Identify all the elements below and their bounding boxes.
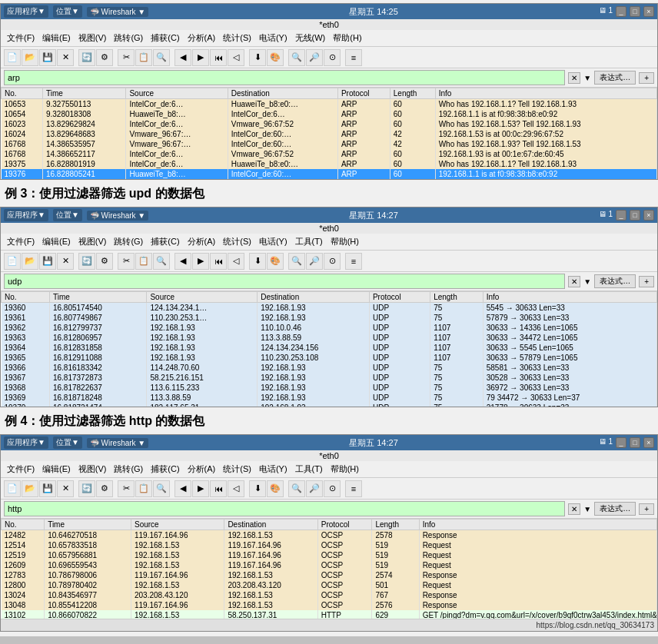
tb-pkt-list-udp[interactable]: ≡ bbox=[345, 253, 362, 270]
table-row[interactable]: 106539.327550113IntelCor_de:6…HuaweiTe_b… bbox=[2, 99, 657, 110]
filter-clear-http[interactable]: ✕ bbox=[568, 503, 580, 515]
tb-zoom-out-udp[interactable]: 🔎 bbox=[306, 253, 323, 270]
table-row[interactable]: 1937516.828801919IntelCor_de:6…HuaweiTe_… bbox=[2, 159, 657, 169]
table-row[interactable]: 1302410.843546977203.208.43.120192.168.1… bbox=[2, 590, 657, 600]
wireshark-menu-http[interactable]: 🦈 Wireshark ▼ bbox=[87, 438, 148, 448]
tb-back-udp[interactable]: ◀ bbox=[174, 253, 191, 270]
tb-capture-opts-http[interactable]: ⚙ bbox=[96, 480, 113, 497]
tb-cut-http[interactable]: ✂ bbox=[118, 480, 135, 497]
close-btn-udp[interactable]: × bbox=[643, 210, 654, 221]
tb-reload-udp[interactable]: 🔄 bbox=[78, 253, 95, 270]
position-menu-udp[interactable]: 位置▼ bbox=[53, 209, 82, 221]
tb-close-http[interactable]: ✕ bbox=[57, 480, 74, 497]
table-row[interactable]: 1936516.812911088192.168.1.93110.230.253… bbox=[2, 353, 657, 363]
menu-view[interactable]: 视图(V) bbox=[75, 32, 110, 45]
tb-capture-opts-udp[interactable]: ⚙ bbox=[96, 253, 113, 270]
apps-menu-udp[interactable]: 应用程序▼ bbox=[4, 209, 48, 221]
tb-zoom-in[interactable]: 🔍 bbox=[288, 49, 305, 66]
table-row[interactable]: 1937016.818721474182.117.65.31192.168.1.… bbox=[2, 403, 657, 407]
table-row[interactable]: 1260910.696559543192.168.1.53119.167.164… bbox=[2, 560, 657, 570]
tb-cut[interactable]: ✂ bbox=[118, 49, 135, 66]
tb-pkt-list[interactable]: ≡ bbox=[345, 49, 362, 66]
table-row[interactable]: 1280010.789780402192.168.1.53203.208.43.… bbox=[2, 580, 657, 590]
menu-tools-udp[interactable]: 工具(T) bbox=[292, 235, 326, 248]
tb-zoom-out[interactable]: 🔎 bbox=[306, 49, 323, 66]
minimize-btn-udp[interactable]: _ bbox=[616, 210, 626, 221]
tb-reload-http[interactable]: 🔄 bbox=[78, 480, 95, 497]
tb-copy[interactable]: 📋 bbox=[135, 49, 152, 66]
tb-save[interactable]: 💾 bbox=[39, 49, 56, 66]
menu-capture-http[interactable]: 捕获(C) bbox=[148, 463, 182, 476]
menu-analyze-udp[interactable]: 分析(A) bbox=[184, 235, 219, 248]
wireshark-menu-udp[interactable]: 🦈 Wireshark ▼ bbox=[87, 211, 148, 221]
menu-tools-http[interactable]: 工具(T) bbox=[292, 463, 326, 476]
table-row[interactable]: 1304810.855412208119.167.164.96192.168.1… bbox=[2, 600, 657, 610]
table-row[interactable]: 1936816.817822637113.6.115.233192.168.1.… bbox=[2, 383, 657, 393]
tb-reload[interactable]: 🔄 bbox=[78, 49, 95, 66]
filter-expr-btn-http[interactable]: 表达式… bbox=[594, 502, 636, 516]
filter-clear-arp[interactable]: ✕ bbox=[568, 72, 580, 84]
tb-prev-http[interactable]: ◁ bbox=[228, 480, 244, 497]
filter-plus-btn-http[interactable]: + bbox=[639, 503, 654, 515]
tb-first[interactable]: ⏮ bbox=[210, 49, 227, 66]
menu-edit-udp[interactable]: 编辑(E) bbox=[39, 235, 74, 248]
menu-edit-http[interactable]: 编辑(E) bbox=[39, 463, 74, 476]
tb-colorize[interactable]: 🎨 bbox=[267, 49, 284, 66]
tb-new-http[interactable]: 📄 bbox=[4, 480, 21, 497]
menu-view-http[interactable]: 视图(V) bbox=[75, 463, 110, 476]
tb-zoom-reset-http[interactable]: ⊙ bbox=[324, 480, 341, 497]
position-menu-http[interactable]: 位置▼ bbox=[53, 437, 82, 449]
tb-first-udp[interactable]: ⏮ bbox=[210, 253, 227, 270]
filter-input-udp[interactable] bbox=[4, 274, 565, 289]
maximize-btn-udp[interactable]: □ bbox=[630, 210, 640, 221]
table-row[interactable]: 1936916.818718248113.3.88.59192.168.1.93… bbox=[2, 393, 657, 403]
table-row[interactable]: 1248210.646270518119.167.164.96192.168.1… bbox=[2, 530, 657, 541]
menu-edit[interactable]: 编辑(E) bbox=[39, 32, 74, 45]
menu-file-http[interactable]: 文件(F) bbox=[4, 463, 38, 476]
table-row[interactable]: 1602313.829629824IntelCor_de:6…Vmware_96… bbox=[2, 119, 657, 129]
tb-back[interactable]: ◀ bbox=[174, 49, 191, 66]
filter-expr-btn-udp[interactable]: 表达式… bbox=[594, 274, 636, 288]
filter-plus-btn-udp[interactable]: + bbox=[639, 276, 654, 287]
wireshark-menu[interactable]: 🦈 Wireshark ▼ bbox=[87, 7, 148, 17]
menu-wireless[interactable]: 无线(W) bbox=[292, 32, 329, 45]
table-row[interactable]: 1676814.386535957Vmware_96:67:…IntelCor_… bbox=[2, 139, 657, 149]
filter-input-http[interactable] bbox=[4, 501, 565, 516]
menu-stats[interactable]: 统计(S) bbox=[220, 32, 254, 45]
tb-open-udp[interactable]: 📂 bbox=[22, 253, 38, 270]
table-row[interactable]: 1936716.81737287358.215.216.151192.168.1… bbox=[2, 373, 657, 383]
menu-phone-http[interactable]: 电话(Y) bbox=[256, 463, 291, 476]
tb-forward-http[interactable]: ▶ bbox=[192, 480, 209, 497]
tb-forward-udp[interactable]: ▶ bbox=[192, 253, 209, 270]
tb-new[interactable]: 📄 bbox=[4, 49, 21, 66]
tb-capture-opts[interactable]: ⚙ bbox=[96, 49, 113, 66]
tb-new-udp[interactable]: 📄 bbox=[4, 253, 21, 270]
tb-cut-udp[interactable]: ✂ bbox=[118, 253, 135, 270]
tb-scroll-http[interactable]: ⬇ bbox=[249, 480, 266, 497]
menu-phone-udp[interactable]: 电话(Y) bbox=[256, 235, 291, 248]
table-row[interactable]: 1251910.657956881192.168.1.53119.167.164… bbox=[2, 550, 657, 560]
table-row[interactable]: 1936316.812806957192.168.1.93113.3.88.59… bbox=[2, 333, 657, 343]
tb-scroll-udp[interactable]: ⬇ bbox=[249, 253, 266, 270]
menu-help-http[interactable]: 帮助(H) bbox=[327, 463, 362, 476]
filter-clear-udp[interactable]: ✕ bbox=[568, 276, 580, 287]
table-row[interactable]: 1936216.812799737192.168.1.93110.10.0.46… bbox=[2, 323, 657, 333]
maximize-btn[interactable]: □ bbox=[630, 6, 640, 17]
apps-menu-http[interactable]: 应用程序▼ bbox=[4, 437, 48, 449]
close-btn[interactable]: × bbox=[643, 6, 654, 17]
tb-colorize-udp[interactable]: 🎨 bbox=[267, 253, 284, 270]
menu-go-http[interactable]: 跳转(G) bbox=[111, 463, 146, 476]
tb-first-http[interactable]: ⏮ bbox=[210, 480, 227, 497]
menu-help-udp[interactable]: 帮助(H) bbox=[327, 235, 362, 248]
table-row[interactable]: 1602413.829648683Vmware_96:67:…IntelCor_… bbox=[2, 129, 657, 139]
tb-zoom-out-http[interactable]: 🔎 bbox=[306, 480, 323, 497]
position-menu[interactable]: 位置▼ bbox=[53, 5, 82, 18]
tb-open-http[interactable]: 📂 bbox=[22, 480, 38, 497]
menu-help[interactable]: 帮助(H) bbox=[330, 32, 364, 45]
tb-save-http[interactable]: 💾 bbox=[39, 480, 56, 497]
menu-capture-udp[interactable]: 捕获(C) bbox=[148, 235, 182, 248]
menu-stats-http[interactable]: 统计(S) bbox=[220, 463, 254, 476]
menu-analyze[interactable]: 分析(A) bbox=[184, 32, 219, 45]
tb-find-http[interactable]: 🔍 bbox=[153, 480, 170, 497]
tb-zoom-reset[interactable]: ⊙ bbox=[324, 49, 341, 66]
